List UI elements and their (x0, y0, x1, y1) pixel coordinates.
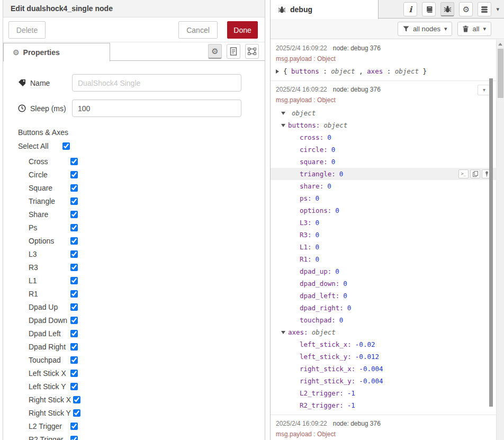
message-list-scrollbar-thumb[interactable] (489, 78, 493, 407)
row-tools: >_ (458, 169, 492, 178)
item-checkbox[interactable] (70, 423, 78, 430)
cancel-button[interactable]: Cancel (178, 21, 218, 39)
item-checkbox[interactable] (70, 250, 78, 258)
collapse-caret-icon[interactable] (281, 124, 285, 127)
debug-tree-row[interactable]: dpad_left:0 >_ (271, 290, 496, 302)
help-button[interactable] (422, 2, 436, 16)
node-description-button[interactable] (227, 44, 240, 59)
debug-tree-row[interactable]: left_stick_x:-0.02 >_ (271, 338, 496, 351)
item-checkbox[interactable] (73, 396, 80, 403)
debug-tree-row[interactable]: touchpad:0 >_ (271, 314, 496, 326)
checkbox-label: Dpad Left (29, 329, 70, 338)
item-checkbox[interactable] (70, 184, 78, 192)
item-checkbox[interactable] (70, 211, 78, 218)
item-checkbox[interactable] (70, 370, 78, 377)
debug-message[interactable]: 2025/2/4 16:09:22node: debug 376 msg.pay… (271, 40, 496, 81)
node-appearance-button[interactable] (245, 44, 259, 59)
collapse-caret-icon[interactable] (281, 331, 285, 334)
message-summary[interactable]: { buttons : object , axes : object } (271, 64, 496, 77)
debug-tree-row[interactable]: R3:0 >_ (271, 229, 496, 241)
message-timestamp: 2025/2/4 16:09:22 (276, 420, 327, 427)
summary-token: axes (367, 67, 383, 75)
info-button[interactable]: i (403, 2, 417, 16)
tree-value: -0.02 (355, 340, 375, 348)
delete-button[interactable]: Delete (8, 21, 46, 39)
tab-debug[interactable]: debug (271, 0, 379, 19)
debug-tree-row[interactable]: dpad_right:0 >_ (271, 302, 496, 314)
debug-tree-row[interactable]: axes:object >_ (271, 326, 496, 338)
debug-message-expanded[interactable]: 2025/2/4 16:09:22node: debug 376 ▾ msg.p… (271, 81, 496, 415)
sidebar-scrollbar[interactable] (496, 40, 504, 440)
item-checkbox[interactable] (70, 277, 78, 284)
tab-properties[interactable]: ⚙ Properties (3, 43, 110, 61)
chevron-down-icon[interactable]: ▾ (496, 6, 499, 13)
item-checkbox[interactable] (70, 237, 78, 245)
scrollbar-thumb[interactable] (498, 49, 503, 98)
debug-tree-row[interactable]: L3:0 >_ (271, 217, 496, 229)
bug-icon (444, 5, 452, 13)
checkbox-label: Dpad Up (29, 303, 70, 311)
checkbox-label: Dpad Down (29, 316, 70, 325)
context-data-button[interactable] (478, 2, 491, 16)
item-checkbox[interactable] (70, 158, 78, 165)
copy-value-button[interactable] (470, 169, 480, 178)
item-checkbox[interactable] (70, 171, 78, 178)
debug-tree-row[interactable]: right_stick_y:-0.004 >_ (271, 375, 496, 387)
payload-tree: object >_ (271, 107, 496, 411)
item-checkbox[interactable] (70, 317, 78, 324)
item-checkbox[interactable] (70, 290, 78, 298)
debug-message[interactable]: 2025/2/4 16:09:22node: debug 376 msg.pay… (271, 415, 496, 440)
settings-button[interactable]: ⚙ (459, 2, 473, 16)
collapse-caret-icon[interactable] (281, 112, 285, 115)
filter-nodes-button[interactable]: all nodes ▾ (398, 22, 453, 36)
chevron-down-icon: ▾ (483, 25, 486, 32)
debug-tree-row[interactable]: left_stick_y:-0.012 >_ (271, 351, 496, 363)
tree-key: L1: (300, 243, 312, 251)
debug-tree-row[interactable]: dpad_up:0 >_ (271, 265, 496, 277)
item-checkbox[interactable] (73, 409, 80, 417)
sleep-input[interactable] (72, 100, 241, 117)
item-checkbox[interactable] (70, 264, 78, 271)
tree-value: 0 (316, 194, 320, 202)
item-checkbox[interactable] (70, 330, 78, 337)
tree-key: left_stick_x: (300, 340, 352, 348)
debug-tree-row[interactable]: circle:0 >_ (271, 143, 496, 156)
debug-tree-row[interactable]: R2_trigger:-1 >_ (271, 399, 496, 411)
copy-path-button[interactable]: >_ (458, 169, 469, 178)
edit-properties-button[interactable]: ⚙ (208, 44, 222, 59)
debug-tree-row[interactable]: object >_ (271, 107, 496, 119)
debug-tree-row[interactable]: dpad_down:0 >_ (271, 277, 496, 290)
item-checkbox[interactable] (70, 303, 78, 311)
tree-value: 0 (335, 206, 339, 214)
debug-tree-row[interactable]: L2_trigger:-1 >_ (271, 387, 496, 399)
buttons-axes-section-label: Buttons & Axes (18, 128, 265, 137)
debug-tree-row[interactable]: right_stick_x:-0.004 >_ (271, 363, 496, 375)
debug-tree-row[interactable]: buttons:object >_ (271, 119, 496, 131)
item-checkbox[interactable] (70, 436, 78, 440)
debug-tree-row[interactable]: L1:0 >_ (271, 241, 496, 253)
debug-tree-row[interactable]: triangle:0 >_ (271, 168, 496, 180)
item-checkbox[interactable] (70, 383, 78, 390)
scroll-up-arrow-icon[interactable] (498, 43, 502, 46)
checkbox-label: L3 (29, 250, 70, 258)
select-all-checkbox[interactable] (62, 142, 70, 150)
debug-tree-row[interactable]: square:0 >_ (271, 156, 496, 168)
name-input[interactable] (72, 74, 241, 92)
item-checkbox[interactable] (70, 197, 78, 205)
clear-messages-button[interactable]: all ▾ (457, 22, 491, 36)
done-button[interactable]: Done (227, 21, 258, 39)
item-checkbox[interactable] (70, 343, 78, 351)
tree-value: 0 (331, 146, 336, 154)
debug-button[interactable] (440, 2, 454, 16)
debug-tree-row[interactable]: R1:0 >_ (271, 253, 496, 265)
debug-tree-row[interactable]: cross:0 >_ (271, 131, 496, 143)
message-payload-path: msg.payload : Object (271, 428, 496, 439)
debug-tree-row[interactable]: share:0 >_ (271, 180, 496, 192)
bug-icon (278, 6, 286, 14)
debug-tree-row[interactable]: ps:0 >_ (271, 192, 496, 204)
expand-caret-icon[interactable] (276, 69, 279, 74)
checkbox-label: Triangle (29, 197, 70, 205)
item-checkbox[interactable] (70, 356, 78, 364)
debug-tree-row[interactable]: options:0 >_ (271, 204, 496, 217)
item-checkbox[interactable] (70, 224, 78, 231)
